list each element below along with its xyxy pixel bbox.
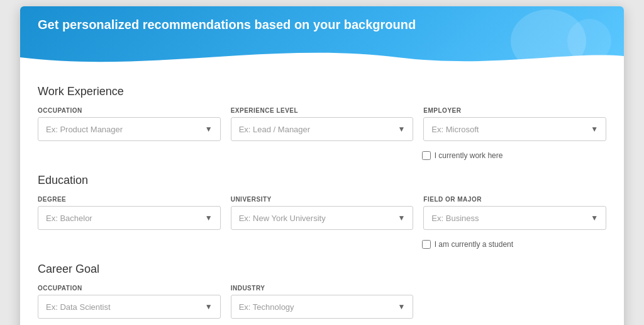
header-title: Get personalized recommendations based o…	[38, 18, 416, 31]
industry-chevron-icon: ▼	[397, 302, 405, 311]
currently-work-here-checkbox[interactable]	[422, 151, 431, 160]
header-section: Get personalized recommendations based o…	[20, 6, 624, 70]
career-occupation-placeholder: Ex: Data Scientist	[46, 302, 111, 312]
employer-label: EMPLOYER	[423, 107, 606, 114]
header-wave	[20, 38, 624, 70]
career-occupation-label: OCCUPATION	[38, 285, 221, 292]
work-experience-title: Work Experience	[38, 85, 606, 98]
education-fields-row: DEGREE Ex: Bachelor ▼ UNIVERSITY Ex: New…	[38, 196, 606, 230]
university-select[interactable]: Ex: New York University ▼	[231, 206, 414, 230]
degree-field-group: DEGREE Ex: Bachelor ▼	[38, 196, 221, 230]
field-major-select[interactable]: Ex: Business ▼	[423, 206, 606, 230]
experience-level-chevron-icon: ▼	[397, 125, 405, 134]
degree-chevron-icon: ▼	[205, 214, 213, 222]
field-major-field-group: FIELD OR MAJOR Ex: Business ▼	[423, 196, 606, 230]
degree-placeholder: Ex: Bachelor	[46, 214, 92, 223]
occupation-label: OCCUPATION	[38, 107, 221, 114]
degree-label: DEGREE	[38, 196, 221, 203]
university-label: UNIVERSITY	[231, 196, 414, 203]
currently-work-here-label: I currently work here	[435, 151, 503, 160]
experience-level-placeholder: Ex: Lead / Manager	[239, 125, 310, 134]
occupation-select[interactable]: Ex: Product Manager ▼	[38, 117, 221, 141]
employer-select[interactable]: Ex: Microsoft ▼	[423, 117, 606, 141]
work-experience-section: Work Experience OCCUPATION Ex: Product M…	[38, 85, 606, 164]
industry-field-group: INDUSTRY Ex: Technology ▼	[231, 285, 414, 319]
currently-student-checkbox[interactable]	[422, 240, 431, 249]
industry-label: INDUSTRY	[231, 285, 414, 292]
university-chevron-icon: ▼	[397, 214, 405, 222]
career-occupation-field-group: OCCUPATION Ex: Data Scientist ▼	[38, 285, 221, 319]
currently-student-row: I am currently a student	[422, 240, 606, 249]
employer-field-group: EMPLOYER Ex: Microsoft ▼	[423, 107, 606, 141]
industry-placeholder: Ex: Technology	[239, 302, 294, 312]
university-field-group: UNIVERSITY Ex: New York University ▼	[231, 196, 414, 230]
career-goal-fields-row: OCCUPATION Ex: Data Scientist ▼ INDUSTRY…	[38, 285, 606, 319]
career-occupation-select[interactable]: Ex: Data Scientist ▼	[38, 295, 221, 319]
education-section: Education DEGREE Ex: Bachelor ▼ UNIVERSI…	[38, 174, 606, 253]
occupation-chevron-icon: ▼	[205, 125, 213, 134]
career-occupation-chevron-icon: ▼	[205, 302, 213, 311]
career-empty-column	[423, 285, 606, 319]
career-goal-section: Career Goal OCCUPATION Ex: Data Scientis…	[38, 263, 606, 319]
work-experience-fields-row: OCCUPATION Ex: Product Manager ▼ EXPERIE…	[38, 107, 606, 141]
experience-level-field-group: EXPERIENCE LEVEL Ex: Lead / Manager ▼	[231, 107, 414, 141]
field-major-chevron-icon: ▼	[591, 214, 598, 222]
education-title: Education	[38, 174, 606, 187]
employer-chevron-icon: ▼	[591, 125, 598, 134]
career-goal-title: Career Goal	[38, 263, 606, 276]
currently-student-label: I am currently a student	[435, 240, 513, 249]
experience-level-label: EXPERIENCE LEVEL	[231, 107, 414, 114]
field-major-placeholder: Ex: Business	[431, 214, 479, 223]
field-major-label: FIELD OR MAJOR	[423, 196, 606, 203]
form-body: Work Experience OCCUPATION Ex: Product M…	[20, 70, 624, 325]
occupation-placeholder: Ex: Product Manager	[46, 125, 123, 134]
university-placeholder: Ex: New York University	[239, 214, 326, 223]
experience-level-select[interactable]: Ex: Lead / Manager ▼	[231, 117, 414, 141]
degree-select[interactable]: Ex: Bachelor ▼	[38, 206, 221, 230]
modal-container: Get personalized recommendations based o…	[20, 6, 624, 325]
employer-placeholder: Ex: Microsoft	[431, 125, 479, 134]
currently-work-here-row: I currently work here	[422, 151, 606, 160]
industry-select[interactable]: Ex: Technology ▼	[231, 295, 414, 319]
occupation-field-group: OCCUPATION Ex: Product Manager ▼	[38, 107, 221, 141]
